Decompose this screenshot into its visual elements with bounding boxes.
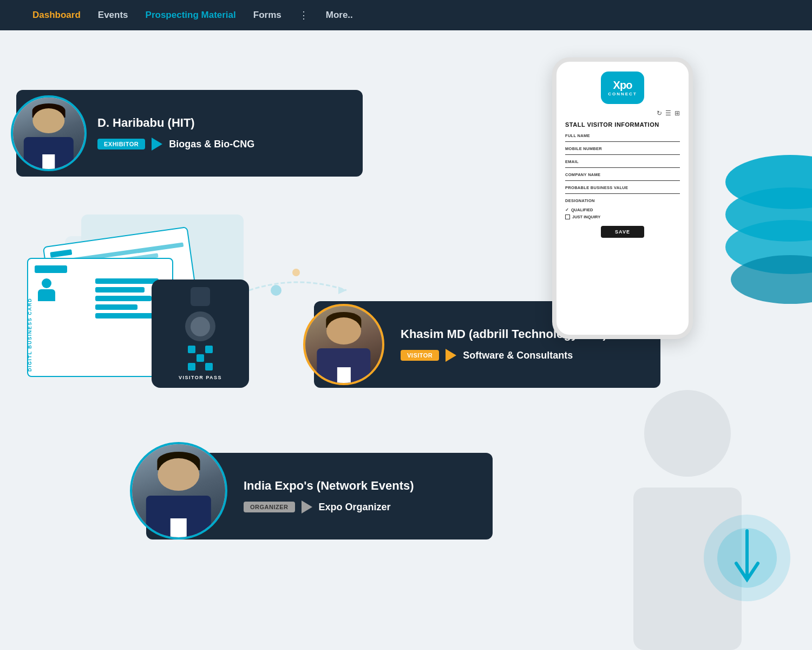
visitor-arrow [446, 349, 456, 362]
nav-more-dots: ⋮ [299, 9, 309, 21]
vp-avatar [185, 311, 215, 341]
nav-dashboard[interactable]: Dashboard [32, 10, 81, 21]
visitor-pass-label: VISITOR PASS [179, 375, 222, 380]
exhibitor-arrow [152, 138, 162, 151]
svg-marker-10 [338, 287, 346, 294]
main-content: D. Haribabu (HIT) EXHIBITOR Biogas & Bio… [0, 30, 812, 650]
avatar-organizer [130, 442, 227, 540]
xpo-logo-text: Xpo [613, 79, 632, 92]
checkbox-qualified-label: QUALIFIED [571, 207, 593, 212]
form-label-email: EMAIL [565, 159, 680, 164]
vp-qr [188, 346, 213, 370]
list-icon[interactable]: ☰ [665, 109, 671, 117]
visitor-category: Software & Consultants [463, 350, 573, 361]
exhibitor-name: D. Haribabu (HIT) [97, 116, 254, 130]
nav-forms[interactable]: Forms [253, 10, 281, 21]
form-field-mobile: MOBILE NUMBER [565, 146, 680, 155]
visitor-pass: VISITOR PASS [152, 280, 249, 388]
nav-more[interactable]: More.. [326, 10, 353, 21]
vp-clip [191, 287, 210, 306]
checkbox-inquiry-label: JUST INQUIRY [572, 214, 600, 219]
form-field-email: EMAIL [565, 159, 680, 168]
checkbox-inquiry-icon [565, 214, 570, 219]
navigation: Dashboard Events Prospecting Material Fo… [0, 0, 812, 30]
organizer-badge: ORGANIZER [244, 502, 295, 512]
form-label-mobile: MOBILE NUMBER [565, 146, 680, 151]
visitor-badge: VISITOR [401, 350, 439, 361]
svg-point-8 [644, 390, 731, 477]
form-field-designation: DESIGNATION [565, 198, 680, 203]
phone-toolbar: ↻ ☰ ⊞ [565, 109, 680, 117]
form-label-designation: DESIGNATION [565, 198, 680, 203]
save-button[interactable]: SAVE [601, 226, 644, 238]
refresh-icon[interactable]: ↻ [657, 109, 662, 117]
form-checkboxes: ✓ QUALIFIED JUST INQUIRY [565, 207, 680, 219]
deco-bottom-right [698, 509, 796, 607]
form-field-fullname: FULL NAME [565, 133, 680, 142]
phone-mockup: Xpo CONNECT ↻ ☰ ⊞ STALL VISITOR INFORMAT… [552, 57, 693, 339]
form-label-fullname: FULL NAME [565, 133, 680, 138]
xpo-logo-area: Xpo CONNECT [565, 72, 680, 104]
xpo-connect-text: CONNECT [608, 92, 637, 96]
profile-card-organizer: India Expo's (Network Events) ORGANIZER … [146, 453, 493, 540]
profile-card-exhibitor: D. Haribabu (HIT) EXHIBITOR Biogas & Bio… [16, 90, 363, 177]
organizer-category: Expo Organizer [319, 502, 391, 513]
checkbox-qualified-icon: ✓ [565, 207, 569, 212]
nav-events[interactable]: Events [98, 10, 128, 21]
form-title: STALL VISITOR INFORMATION [565, 121, 680, 128]
form-field-business-value: PROBABLE BUSINESS VALUE [565, 185, 680, 194]
avatar-exhibitor [11, 95, 87, 171]
exhibitor-category: Biogas & Bio-CNG [169, 139, 254, 150]
avatar-visitor [303, 304, 384, 385]
form-field-company: COMPANY NAME [565, 172, 680, 181]
organizer-name: India Expo's (Network Events) [244, 479, 414, 493]
grid-icon[interactable]: ⊞ [675, 109, 680, 117]
form-label-company: COMPANY NAME [565, 172, 680, 177]
id-card-label: DIGITL BUSINESS CARD [27, 298, 32, 372]
exhibitor-badge: EXHIBITOR [97, 139, 145, 150]
nav-prospecting[interactable]: Prospecting Material [146, 10, 236, 21]
form-label-bv: PROBABLE BUSINESS VALUE [565, 185, 680, 190]
organizer-arrow [302, 500, 312, 514]
